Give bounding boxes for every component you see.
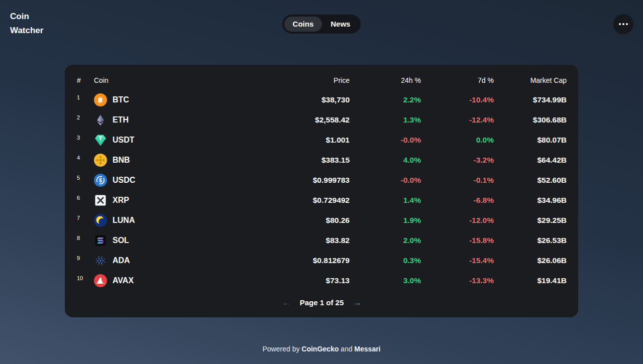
pagination: ← Page 1 of 25 →	[77, 291, 567, 313]
coin-market-cap: $734.99B	[494, 95, 567, 104]
coin-24h-change: 2.0%	[350, 236, 421, 245]
svg-text:$: $	[99, 177, 102, 183]
coin-24h-change: 1.9%	[350, 216, 421, 225]
coin-7d-change: -15.4%	[421, 256, 494, 265]
coin-market-cap: $80.07B	[494, 136, 567, 145]
coin-market-cap: $52.60B	[494, 176, 567, 185]
table-row[interactable]: 5 $ USDC $0.999783 -0.0% -0.1% $52.60B	[77, 170, 567, 190]
eth-icon	[94, 113, 107, 127]
table-row[interactable]: 8 SOL $83.82 2.0% -15.8% $26.53B	[77, 230, 567, 251]
coin-market-cap: $306.68B	[494, 115, 567, 125]
footer-source-coingecko: CoinGecko	[301, 345, 339, 353]
coin-rank: 9	[77, 251, 94, 261]
coin-market-cap: $26.06B	[494, 256, 567, 265]
bnb-icon	[94, 154, 107, 167]
coin-price: $83.82	[274, 236, 350, 245]
avax-icon	[94, 274, 107, 287]
arrow-left-icon[interactable]: ←	[282, 298, 291, 307]
coin-rank: 7	[77, 210, 94, 221]
coin-market-cap: $34.96B	[494, 196, 567, 205]
coin-24h-change: -0.0%	[350, 136, 421, 145]
header-market-cap: Market Cap	[494, 76, 567, 84]
footer-middle: and	[339, 345, 354, 353]
coin-market-cap: $64.42B	[494, 156, 567, 165]
table-row[interactable]: 10 AVAX $73.13 3.0% -13.3% $19.41B	[77, 271, 567, 291]
coins-table-card: # Coin Price 24h % 7d % Market Cap 1 ฿ B…	[65, 65, 578, 317]
menu-button[interactable]	[613, 14, 633, 34]
coin-rank: 6	[77, 190, 94, 201]
coin-price: $38,730	[274, 95, 350, 104]
coin-rank: 5	[77, 170, 94, 181]
coin-7d-change: -10.4%	[421, 95, 494, 104]
coin-rank: 1	[77, 90, 94, 100]
xrp-icon	[94, 194, 107, 207]
coin-24h-change: 3.0%	[350, 276, 421, 285]
coin-market-cap: $29.25B	[494, 216, 567, 225]
header-price: Price	[274, 76, 350, 84]
coin-7d-change: -0.1%	[421, 176, 494, 185]
coin-symbol: ADA	[113, 256, 130, 265]
table-row[interactable]: 2 ETH $2,558.42 1.3% -12.4% $306.68B	[77, 110, 567, 130]
coin-symbol: BNB	[113, 156, 130, 165]
usdt-icon: T	[94, 134, 107, 147]
page-label: Page 1 of 25	[300, 298, 344, 307]
coin-symbol: ETH	[113, 115, 129, 125]
coin-price: $2,558.42	[274, 115, 350, 125]
coin-price: $1.001	[274, 136, 350, 145]
coin-rank: 4	[77, 150, 94, 161]
coin-symbol: SOL	[113, 236, 129, 245]
header-coin: Coin	[94, 76, 274, 84]
btc-icon: ฿	[94, 93, 107, 106]
view-toggle: Coins News	[282, 15, 361, 34]
coin-symbol: BTC	[113, 95, 129, 104]
footer: Powered by CoinGecko and Messari	[0, 345, 643, 353]
coin-7d-change: 0.0%	[421, 136, 494, 145]
coin-24h-change: 2.2%	[350, 95, 421, 104]
arrow-right-icon[interactable]: →	[352, 298, 362, 307]
coin-24h-change: 1.4%	[350, 196, 421, 205]
table-row[interactable]: 6 XRP $0.729492 1.4% -6.8% $34.96B	[77, 190, 567, 210]
svg-text:T: T	[98, 135, 102, 142]
coin-symbol: LUNA	[113, 216, 135, 225]
coin-24h-change: -0.0%	[350, 176, 421, 185]
usdc-icon: $	[94, 174, 107, 187]
footer-source-messari: Messari	[354, 345, 380, 353]
coin-market-cap: $19.41B	[494, 276, 567, 285]
ada-icon	[94, 254, 107, 267]
header-24h: 24h %	[350, 76, 421, 84]
table-row[interactable]: 7 LUNA $80.26 1.9% -12.0% $29.25B	[77, 210, 567, 230]
coin-price: $0.729492	[274, 196, 350, 205]
sol-icon	[94, 234, 107, 247]
coin-price: $383.15	[274, 156, 350, 165]
coin-7d-change: -12.4%	[421, 115, 494, 125]
coin-symbol: USDC	[113, 176, 135, 185]
coin-rank: 3	[77, 130, 94, 141]
footer-prefix: Powered by	[262, 345, 301, 353]
tab-news[interactable]: News	[322, 17, 359, 32]
tab-coins[interactable]: Coins	[284, 17, 323, 32]
table-row[interactable]: 1 ฿ BTC $38,730 2.2% -10.4% $734.99B	[77, 90, 567, 110]
coin-symbol: AVAX	[113, 276, 134, 285]
coin-7d-change: -6.8%	[421, 196, 494, 205]
coin-24h-change: 4.0%	[350, 156, 421, 165]
coin-7d-change: -3.2%	[421, 156, 494, 165]
table-row[interactable]: 3 T USDT $1.001 -0.0% 0.0% $80.07B	[77, 130, 567, 150]
coin-symbol: XRP	[113, 196, 129, 205]
coin-price: $73.13	[274, 276, 350, 285]
table-row[interactable]: 4 BNB $383.15 4.0% -3.2% $64.42B	[77, 150, 567, 170]
coin-7d-change: -15.8%	[421, 236, 494, 245]
coin-24h-change: 0.3%	[350, 256, 421, 265]
coin-symbol: USDT	[113, 136, 135, 145]
coin-market-cap: $26.53B	[494, 236, 567, 245]
header-rank: #	[77, 76, 94, 84]
view-toggle-wrap: Coins News	[0, 15, 643, 34]
coin-rank: 2	[77, 110, 94, 120]
coin-7d-change: -13.3%	[421, 276, 494, 285]
coin-price: $0.812679	[274, 256, 350, 265]
table-row[interactable]: 9 ADA $0.812679 0.3% -15.4% $26.06B	[77, 251, 567, 271]
coin-24h-change: 1.3%	[350, 115, 421, 125]
ellipsis-icon	[619, 23, 628, 25]
table-header-row: # Coin Price 24h % 7d % Market Cap	[77, 71, 567, 90]
coin-price: $0.999783	[274, 176, 350, 185]
coin-rank: 10	[77, 271, 94, 281]
